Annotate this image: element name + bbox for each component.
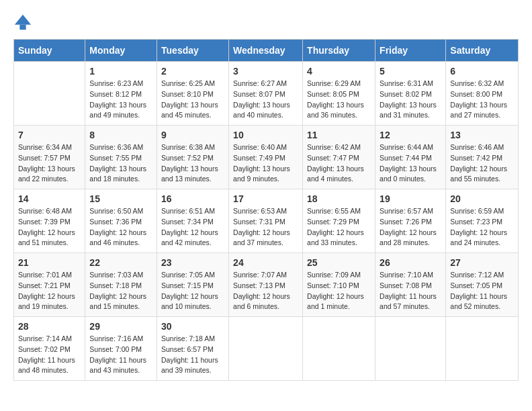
day-info: Sunrise: 7:09 AMSunset: 7:10 PMDaylight:…	[307, 270, 371, 312]
calendar-cell: 24 Sunrise: 7:07 AMSunset: 7:13 PMDaylig…	[229, 253, 303, 317]
day-info: Sunrise: 7:12 AMSunset: 7:05 PMDaylight:…	[450, 270, 514, 312]
calendar-cell: 1 Sunrise: 6:23 AMSunset: 8:12 PMDayligh…	[85, 62, 157, 126]
calendar-cell: 15 Sunrise: 6:50 AMSunset: 7:36 PMDaylig…	[85, 189, 157, 253]
day-number: 21	[18, 257, 81, 268]
calendar-cell: 13 Sunrise: 6:46 AMSunset: 7:42 PMDaylig…	[446, 126, 519, 189]
calendar-cell: 29 Sunrise: 7:16 AMSunset: 7:00 PMDaylig…	[85, 317, 157, 381]
day-number: 7	[18, 130, 81, 140]
week-row-3: 14 Sunrise: 6:48 AMSunset: 7:39 PMDaylig…	[14, 189, 519, 253]
day-number: 13	[450, 130, 514, 140]
day-number: 17	[233, 193, 298, 204]
day-number: 6	[450, 66, 514, 77]
week-row-4: 21 Sunrise: 7:01 AMSunset: 7:21 PMDaylig…	[14, 253, 519, 317]
day-number: 3	[233, 66, 298, 77]
column-header-monday: Monday	[85, 40, 157, 62]
column-header-tuesday: Tuesday	[157, 40, 229, 62]
day-info: Sunrise: 6:38 AMSunset: 7:52 PMDaylight:…	[161, 142, 224, 185]
calendar-cell: 27 Sunrise: 7:12 AMSunset: 7:05 PMDaylig…	[446, 253, 519, 317]
calendar-cell	[446, 317, 519, 381]
calendar-cell	[303, 317, 375, 381]
calendar-cell: 2 Sunrise: 6:25 AMSunset: 8:10 PMDayligh…	[157, 62, 229, 126]
logo	[13, 13, 35, 32]
column-header-wednesday: Wednesday	[229, 40, 303, 62]
calendar-cell: 18 Sunrise: 6:55 AMSunset: 7:29 PMDaylig…	[303, 189, 375, 253]
day-number: 16	[161, 193, 224, 204]
column-header-friday: Friday	[375, 40, 446, 62]
day-info: Sunrise: 6:40 AMSunset: 7:49 PMDaylight:…	[233, 142, 298, 185]
day-info: Sunrise: 6:27 AMSunset: 8:07 PMDaylight:…	[233, 79, 298, 121]
calendar-cell: 28 Sunrise: 7:14 AMSunset: 7:02 PMDaylig…	[14, 317, 85, 381]
day-number: 28	[18, 321, 81, 332]
week-row-5: 28 Sunrise: 7:14 AMSunset: 7:02 PMDaylig…	[14, 317, 519, 381]
calendar-cell: 26 Sunrise: 7:10 AMSunset: 7:08 PMDaylig…	[375, 253, 446, 317]
day-number: 2	[161, 66, 224, 77]
day-number: 18	[307, 193, 371, 204]
week-row-2: 7 Sunrise: 6:34 AMSunset: 7:57 PMDayligh…	[14, 126, 519, 189]
day-info: Sunrise: 6:34 AMSunset: 7:57 PMDaylight:…	[18, 142, 81, 185]
calendar-cell: 21 Sunrise: 7:01 AMSunset: 7:21 PMDaylig…	[14, 253, 85, 317]
day-number: 12	[380, 130, 441, 140]
calendar-cell: 11 Sunrise: 6:42 AMSunset: 7:47 PMDaylig…	[303, 126, 375, 189]
day-info: Sunrise: 7:01 AMSunset: 7:21 PMDaylight:…	[18, 270, 81, 312]
calendar-cell: 10 Sunrise: 6:40 AMSunset: 7:49 PMDaylig…	[229, 126, 303, 189]
day-number: 11	[307, 130, 371, 140]
calendar-cell: 7 Sunrise: 6:34 AMSunset: 7:57 PMDayligh…	[14, 126, 85, 189]
calendar-cell: 4 Sunrise: 6:29 AMSunset: 8:05 PMDayligh…	[303, 62, 375, 126]
calendar-cell: 30 Sunrise: 7:18 AMSunset: 6:57 PMDaylig…	[157, 317, 229, 381]
day-number: 22	[89, 257, 152, 268]
day-number: 19	[380, 193, 441, 204]
calendar-cell: 23 Sunrise: 7:05 AMSunset: 7:15 PMDaylig…	[157, 253, 229, 317]
svg-marker-0	[15, 15, 31, 25]
day-number: 15	[89, 193, 152, 204]
calendar-cell: 17 Sunrise: 6:53 AMSunset: 7:31 PMDaylig…	[229, 189, 303, 253]
calendar-cell: 16 Sunrise: 6:51 AMSunset: 7:34 PMDaylig…	[157, 189, 229, 253]
calendar-cell	[14, 62, 85, 126]
day-number: 10	[233, 130, 298, 140]
day-info: Sunrise: 6:29 AMSunset: 8:05 PMDaylight:…	[307, 79, 371, 121]
calendar-header-row: SundayMondayTuesdayWednesdayThursdayFrid…	[14, 40, 519, 62]
day-info: Sunrise: 6:57 AMSunset: 7:26 PMDaylight:…	[380, 206, 441, 248]
svg-rect-1	[19, 25, 26, 30]
day-info: Sunrise: 6:48 AMSunset: 7:39 PMDaylight:…	[18, 206, 81, 248]
day-info: Sunrise: 7:18 AMSunset: 6:57 PMDaylight:…	[161, 334, 224, 376]
column-header-saturday: Saturday	[446, 40, 519, 62]
day-number: 14	[18, 193, 81, 204]
day-number: 8	[89, 130, 152, 140]
week-row-1: 1 Sunrise: 6:23 AMSunset: 8:12 PMDayligh…	[14, 62, 519, 126]
day-info: Sunrise: 6:36 AMSunset: 7:55 PMDaylight:…	[89, 142, 152, 185]
day-info: Sunrise: 6:46 AMSunset: 7:42 PMDaylight:…	[450, 142, 514, 185]
day-info: Sunrise: 7:05 AMSunset: 7:15 PMDaylight:…	[161, 270, 224, 312]
calendar-cell: 5 Sunrise: 6:31 AMSunset: 8:02 PMDayligh…	[375, 62, 446, 126]
page-header	[13, 13, 519, 32]
day-info: Sunrise: 7:16 AMSunset: 7:00 PMDaylight:…	[89, 334, 152, 376]
day-number: 1	[89, 66, 152, 77]
calendar-cell: 22 Sunrise: 7:03 AMSunset: 7:18 PMDaylig…	[85, 253, 157, 317]
day-number: 26	[380, 257, 441, 268]
logo-icon	[13, 13, 32, 32]
calendar-cell: 19 Sunrise: 6:57 AMSunset: 7:26 PMDaylig…	[375, 189, 446, 253]
day-number: 9	[161, 130, 224, 140]
calendar-cell: 3 Sunrise: 6:27 AMSunset: 8:07 PMDayligh…	[229, 62, 303, 126]
day-info: Sunrise: 7:14 AMSunset: 7:02 PMDaylight:…	[18, 334, 81, 376]
calendar-cell	[375, 317, 446, 381]
day-number: 30	[161, 321, 224, 332]
day-info: Sunrise: 6:42 AMSunset: 7:47 PMDaylight:…	[307, 142, 371, 185]
day-info: Sunrise: 6:44 AMSunset: 7:44 PMDaylight:…	[380, 142, 441, 185]
day-info: Sunrise: 6:59 AMSunset: 7:23 PMDaylight:…	[450, 206, 514, 248]
calendar-cell: 12 Sunrise: 6:44 AMSunset: 7:44 PMDaylig…	[375, 126, 446, 189]
day-info: Sunrise: 6:55 AMSunset: 7:29 PMDaylight:…	[307, 206, 371, 248]
day-info: Sunrise: 6:31 AMSunset: 8:02 PMDaylight:…	[380, 79, 441, 121]
column-header-thursday: Thursday	[303, 40, 375, 62]
day-info: Sunrise: 6:50 AMSunset: 7:36 PMDaylight:…	[89, 206, 152, 248]
day-info: Sunrise: 7:03 AMSunset: 7:18 PMDaylight:…	[89, 270, 152, 312]
day-info: Sunrise: 7:07 AMSunset: 7:13 PMDaylight:…	[233, 270, 298, 312]
calendar-body: 1 Sunrise: 6:23 AMSunset: 8:12 PMDayligh…	[14, 62, 519, 381]
column-header-sunday: Sunday	[14, 40, 85, 62]
calendar-cell: 14 Sunrise: 6:48 AMSunset: 7:39 PMDaylig…	[14, 189, 85, 253]
day-number: 20	[450, 193, 514, 204]
calendar-cell: 9 Sunrise: 6:38 AMSunset: 7:52 PMDayligh…	[157, 126, 229, 189]
calendar-cell: 25 Sunrise: 7:09 AMSunset: 7:10 PMDaylig…	[303, 253, 375, 317]
day-number: 27	[450, 257, 514, 268]
calendar-cell: 6 Sunrise: 6:32 AMSunset: 8:00 PMDayligh…	[446, 62, 519, 126]
day-info: Sunrise: 7:10 AMSunset: 7:08 PMDaylight:…	[380, 270, 441, 312]
